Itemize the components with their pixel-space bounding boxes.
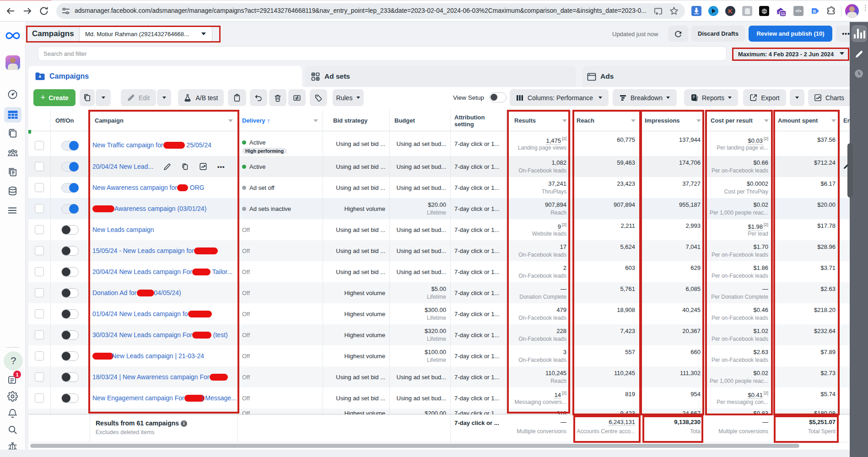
svg-text:11: 11 <box>781 11 785 16</box>
svg-text:B: B <box>813 9 816 14</box>
